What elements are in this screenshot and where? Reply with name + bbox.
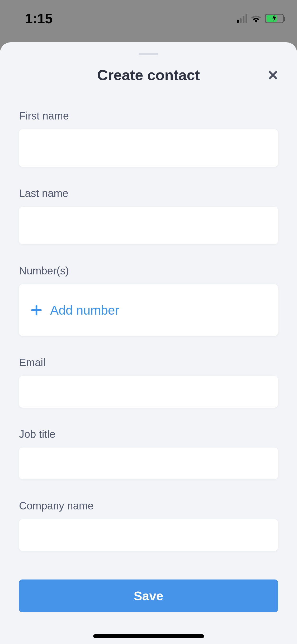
sheet-header: Create contact	[0, 66, 297, 84]
email-label: Email	[19, 357, 278, 369]
company-name-label: Company name	[19, 500, 278, 512]
save-button[interactable]: Save	[19, 579, 278, 612]
add-number-button[interactable]: Add number	[19, 284, 278, 336]
status-indicators	[237, 14, 284, 23]
close-button[interactable]	[265, 67, 281, 83]
job-title-input[interactable]	[19, 448, 278, 479]
plus-icon	[31, 304, 42, 316]
home-indicator[interactable]	[93, 634, 204, 638]
status-bar: 1:15	[0, 11, 297, 26]
first-name-label: First name	[19, 110, 278, 122]
email-group: Email	[19, 357, 278, 408]
numbers-label: Number(s)	[19, 265, 278, 277]
status-time: 1:15	[25, 11, 53, 26]
contact-form: First name Last name Number(s) Add numbe…	[0, 110, 297, 612]
company-name-group: Company name	[19, 500, 278, 551]
first-name-input[interactable]	[19, 129, 278, 167]
wifi-icon	[251, 14, 262, 23]
create-contact-sheet: Create contact First name Last name Numb…	[0, 42, 297, 644]
job-title-label: Job title	[19, 428, 278, 440]
last-name-label: Last name	[19, 187, 278, 199]
email-input[interactable]	[19, 376, 278, 408]
sheet-title: Create contact	[16, 66, 281, 84]
numbers-group: Number(s) Add number	[19, 265, 278, 336]
battery-icon	[265, 14, 284, 23]
company-name-input[interactable]	[19, 519, 278, 551]
add-number-label: Add number	[50, 303, 119, 318]
drag-handle[interactable]	[139, 53, 158, 55]
close-icon	[267, 70, 279, 81]
job-title-group: Job title	[19, 428, 278, 479]
cellular-signal-icon	[237, 14, 247, 23]
last-name-group: Last name	[19, 187, 278, 244]
last-name-input[interactable]	[19, 207, 278, 244]
first-name-group: First name	[19, 110, 278, 167]
